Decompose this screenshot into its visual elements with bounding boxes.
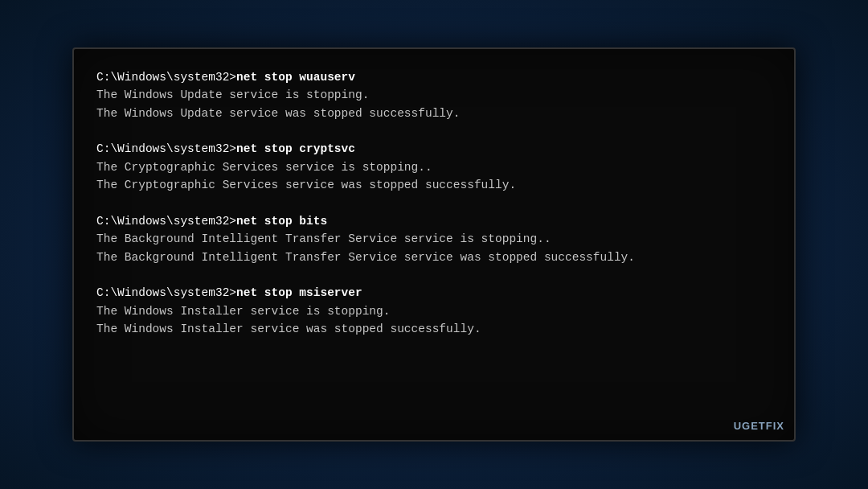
cmd-block-1: C:\Windows\system32>net stop cryptsvcThe… bbox=[96, 140, 772, 194]
cmd-command-3: net stop msiserver bbox=[236, 286, 362, 299]
cmd-line-1: C:\Windows\system32>net stop cryptsvc bbox=[96, 140, 772, 158]
cmd-line-3: C:\Windows\system32>net stop msiserver bbox=[96, 284, 772, 302]
cmd-output-3-0: The Windows Installer service is stoppin… bbox=[96, 302, 772, 320]
cmd-prompt-3: C:\Windows\system32> bbox=[96, 286, 236, 299]
cmd-command-1: net stop cryptsvc bbox=[236, 142, 355, 155]
cmd-block-2: C:\Windows\system32>net stop bitsThe Bac… bbox=[96, 212, 772, 266]
cmd-line-2: C:\Windows\system32>net stop bits bbox=[96, 212, 772, 230]
cmd-output-0-1: The Windows Update service was stopped s… bbox=[96, 105, 772, 122]
terminal-window: C:\Windows\system32>net stop wuauservThe… bbox=[72, 47, 796, 442]
cmd-output-0-0: The Windows Update service is stopping. bbox=[96, 86, 772, 104]
cmd-output-1-0: The Cryptographic Services service is st… bbox=[96, 158, 772, 176]
cmd-output-2-0: The Background Intelligent Transfer Serv… bbox=[96, 230, 772, 248]
cmd-prompt-2: C:\Windows\system32> bbox=[96, 215, 236, 228]
cmd-prompt-1: C:\Windows\system32> bbox=[96, 142, 236, 155]
cmd-block-0: C:\Windows\system32>net stop wuauservThe… bbox=[96, 68, 772, 122]
cmd-block-3: C:\Windows\system32>net stop msiserverTh… bbox=[96, 284, 772, 338]
cmd-command-0: net stop wuauserv bbox=[236, 71, 355, 84]
cmd-output-1-1: The Cryptographic Services service was s… bbox=[96, 176, 772, 194]
cmd-command-2: net stop bits bbox=[236, 215, 327, 228]
cmd-output-2-1: The Background Intelligent Transfer Serv… bbox=[96, 249, 772, 266]
cmd-prompt-0: C:\Windows\system32> bbox=[96, 71, 236, 84]
cmd-line-0: C:\Windows\system32>net stop wuauserv bbox=[96, 68, 772, 86]
cmd-output-3-1: The Windows Installer service was stoppe… bbox=[96, 320, 772, 338]
terminal-wrapper: C:\Windows\system32>net stop wuauservThe… bbox=[72, 47, 796, 442]
watermark: UGETFIX bbox=[734, 420, 784, 432]
